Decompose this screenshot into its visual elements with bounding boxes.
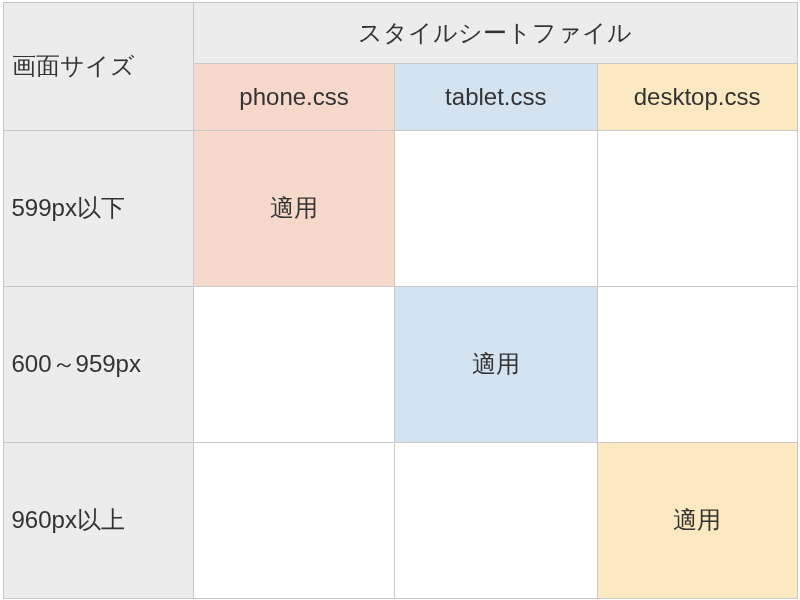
cell-applied: 適用: [597, 442, 797, 598]
cell-empty: [597, 286, 797, 442]
cell-empty: [194, 286, 395, 442]
column-header-tablet: tablet.css: [394, 63, 597, 130]
column-header-desktop: desktop.css: [597, 63, 797, 130]
table-row: 960px以上 適用: [3, 442, 797, 598]
row-label: 599px以下: [3, 130, 194, 286]
stylesheet-breakpoint-table: 画面サイズ スタイルシートファイル phone.css tablet.css d…: [3, 2, 798, 599]
cell-empty: [394, 130, 597, 286]
cell-empty: [394, 442, 597, 598]
cell-empty: [194, 442, 395, 598]
cell-applied: 適用: [394, 286, 597, 442]
group-header-stylesheet-files: スタイルシートファイル: [194, 2, 797, 63]
cell-empty: [597, 130, 797, 286]
table-row: 599px以下 適用: [3, 130, 797, 286]
row-label: 600～959px: [3, 286, 194, 442]
column-header-phone: phone.css: [194, 63, 395, 130]
cell-applied: 適用: [194, 130, 395, 286]
table-row: 600～959px 適用: [3, 286, 797, 442]
row-header-screen-size: 画面サイズ: [3, 2, 194, 130]
row-label: 960px以上: [3, 442, 194, 598]
